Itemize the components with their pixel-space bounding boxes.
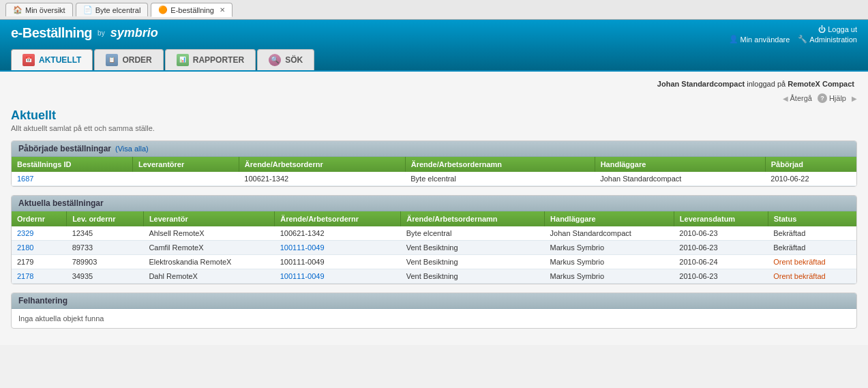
my-user-link[interactable]: 👤 Min användare <box>729 35 790 44</box>
app-container: e-Beställning by symbrio ⏻ Logga ut 👤 Mi… <box>0 20 868 388</box>
nav-tab-aktuellt[interactable]: 📅 AKTUELLT <box>11 49 93 70</box>
forward-button[interactable]: ▶ <box>852 95 857 102</box>
cell-arende-namn: Byte elcentral <box>405 172 595 186</box>
col-handlaggare-c: Handläggare <box>545 211 674 226</box>
cell-status: Bekräftad <box>768 241 856 255</box>
cell-leveransdatum: 2010-06-24 <box>674 255 768 269</box>
nav-tab-order[interactable]: 📋 ORDER <box>94 49 163 70</box>
col-arende-namn: Ärende/Arbetsordernamn <box>405 157 595 172</box>
cell-leverantor: Dahl RemoteX <box>143 269 274 284</box>
header-actions: ⏻ Logga ut 👤 Min användare 🔧 Administrat… <box>729 25 857 44</box>
current-user: Johan Standardcompact <box>657 80 745 88</box>
page-subtitle: Allt aktuellt samlat på ett och samma st… <box>11 124 857 132</box>
section-error-title: Felhantering <box>18 296 68 305</box>
nav-tabs: 📅 AKTUELLT 📋 ORDER 📊 RAPPORTER 🔍 SÖK <box>11 49 857 70</box>
cell-lev-ordernr: 34935 <box>67 269 144 284</box>
search-icon: 🔍 <box>269 54 281 66</box>
logo-area: e-Beställning by symbrio <box>11 25 158 41</box>
col-arende-namn-c: Ärende/Arbetsordernamn <box>401 211 545 226</box>
section-started-title: Påbörjade beställningar <box>18 144 111 153</box>
arende-link[interactable]: 100111-0049 <box>280 272 325 280</box>
col-leveransdatum: Leveransdatum <box>674 211 768 226</box>
tab-byte-elcentral[interactable]: 📄 Byte elcentral <box>76 3 149 16</box>
back-button[interactable]: ◀ Återgå <box>783 94 812 102</box>
cell-paaborjad: 2010-06-22 <box>765 172 856 186</box>
col-status: Status <box>768 211 856 226</box>
cell-arende-nr: 100621-1342 <box>275 226 401 241</box>
help-button[interactable]: ? Hjälp <box>818 93 846 103</box>
col-paaborjad: Påbörjad <box>765 157 856 172</box>
cell-arende-namn: Vent Besiktning <box>401 269 545 284</box>
started-orders-header-row: Beställnings ID Leverantörer Ärende/Arbe… <box>12 157 856 172</box>
cell-leverantor: Elektroskandia RemoteX <box>143 255 274 269</box>
current-orders-header-row: Ordernr Lev. ordernr Leverantör Ärende/A… <box>12 211 856 226</box>
cell-handlaggare: Markus Symbrio <box>545 255 674 269</box>
order-link[interactable]: 2178 <box>17 272 33 280</box>
section-current-title: Aktuella beställningar <box>18 198 104 208</box>
tab-icon-min-oversikt: 🏠 <box>13 5 23 14</box>
cell-handlaggare: Markus Symbrio <box>545 269 674 284</box>
cell-ordernr: 2178 <box>12 269 67 284</box>
section-started-header: Påbörjade beställningar (Visa alla) <box>12 141 856 157</box>
section-current-orders: Aktuella beställningar Ordernr Lev. orde… <box>11 195 857 284</box>
help-icon: ? <box>818 93 827 103</box>
cell-arende-nr: 100111-0049 <box>275 269 401 284</box>
back-icon: ◀ <box>783 95 788 102</box>
user-icon: 👤 <box>729 35 738 44</box>
page-title: Aktuellt <box>11 108 857 123</box>
col-ordernr: Ordernr <box>12 211 67 226</box>
section-error-header: Felhantering <box>12 293 856 309</box>
admin-link[interactable]: 🔧 Administration <box>798 35 857 44</box>
show-all-link[interactable]: (Visa alla) <box>115 145 149 153</box>
cell-leverantor: Camfil RemoteX <box>143 241 274 255</box>
cell-handlaggare: Johan Standardcompact <box>545 226 674 241</box>
arende-link[interactable]: 100111-0049 <box>280 243 325 252</box>
cell-lev-ordernr: 89733 <box>67 241 144 255</box>
col-bestallnings-id: Beställnings ID <box>12 157 132 172</box>
wrench-icon: 🔧 <box>798 35 807 44</box>
cell-status: Orent bekräftad <box>768 269 856 284</box>
tab-min-oversikt[interactable]: 🏠 Min översikt <box>5 3 73 16</box>
calendar-icon: 📅 <box>23 54 35 66</box>
logo-symbrio: symbrio <box>110 26 158 40</box>
order-id-link[interactable]: 1687 <box>17 175 33 183</box>
order-link[interactable]: 2329 <box>17 229 33 237</box>
section-started-orders: Påbörjade beställningar (Visa alla) Best… <box>11 140 857 187</box>
cell-ordernr: 2329 <box>12 226 67 241</box>
cell-arende-nr: 100111-0049 <box>275 241 401 255</box>
tab-icon-byte: 📄 <box>83 5 93 14</box>
cell-handlaggare: Johan Standardcompact <box>595 172 765 186</box>
cell-leverantor: Ahlsell RemoteX <box>143 226 274 241</box>
cell-ordernr: 2179 <box>12 255 67 269</box>
cell-arende-namn: Vent Besiktning <box>401 255 545 269</box>
cell-leveransdatum: 2010-06-23 <box>674 241 768 255</box>
cell-arende-nr: 100621-1342 <box>239 172 405 186</box>
col-arende-nr-c: Ärende/Arbetsordernr <box>275 211 401 226</box>
cell-lev-ordernr: 789903 <box>67 255 144 269</box>
logo-text: e-Beställning <box>11 25 92 41</box>
browser-chrome: 🏠 Min översikt 📄 Byte elcentral 🟠 E-best… <box>0 0 868 20</box>
table-row: 1687 100621-1342 Byte elcentral Johan St… <box>12 172 856 186</box>
cell-id: 1687 <box>12 172 132 186</box>
chart-icon: 📊 <box>177 54 189 66</box>
nav-tab-rapporter[interactable]: 📊 RAPPORTER <box>165 49 256 70</box>
page-toolbar: ◀ Återgå ? Hjälp ▶ <box>11 93 857 103</box>
started-orders-table: Beställnings ID Leverantörer Ärende/Arbe… <box>12 157 856 186</box>
cell-status: Bekräftad <box>768 226 856 241</box>
cell-leveransdatum: 2010-06-23 <box>674 269 768 284</box>
order-link[interactable]: 2180 <box>17 243 33 252</box>
cell-ordernr: 2180 <box>12 241 67 255</box>
cell-lev-ordernr: 12345 <box>67 226 144 241</box>
col-leverantorer: Leverantörer <box>132 157 239 172</box>
power-icon: ⏻ <box>818 25 826 33</box>
logout-link[interactable]: ⏻ Logga ut <box>818 25 857 33</box>
cell-arende-nr: 100111-0049 <box>275 255 401 269</box>
forward-icon: ▶ <box>852 95 857 102</box>
tab-close-icon[interactable]: ✕ <box>220 6 225 14</box>
tab-ebestallning[interactable]: 🟠 E-beställning ✕ <box>151 3 233 17</box>
app-header: e-Beställning by symbrio ⏻ Logga ut 👤 Mi… <box>0 20 868 70</box>
cell-leveransdatum: 2010-06-23 <box>674 226 768 241</box>
table-row: 2178 34935 Dahl RemoteX 100111-0049 Vent… <box>12 269 856 284</box>
nav-tab-sok[interactable]: 🔍 SÖK <box>257 49 314 70</box>
current-orders-table: Ordernr Lev. ordernr Leverantör Ärende/A… <box>12 211 856 284</box>
